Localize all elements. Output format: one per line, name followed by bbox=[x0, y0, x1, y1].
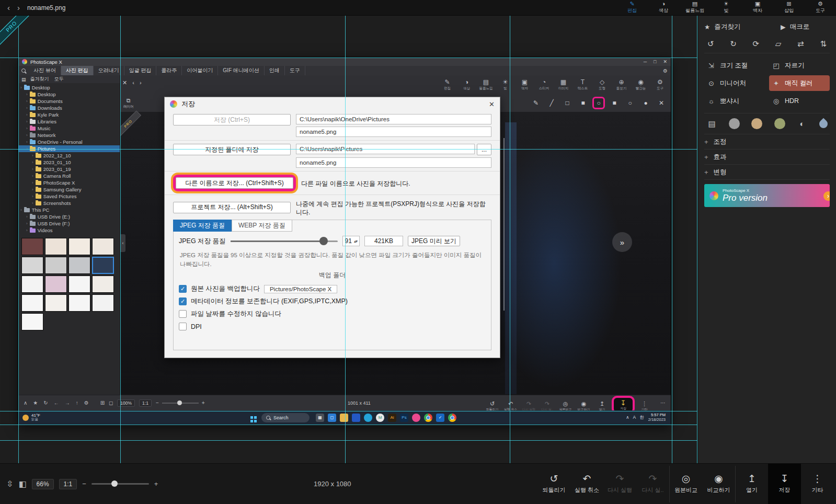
dialog-checkbox-row[interactable]: 원본 사진을 백업합니다 Pictures/PhotoScape X bbox=[179, 283, 486, 295]
filter-icon[interactable]: ▤ bbox=[706, 118, 717, 129]
inner-menu-tab[interactable]: 도구 bbox=[285, 66, 305, 75]
taskbar-app-icon[interactable]: ✓ bbox=[436, 414, 444, 422]
folder-tree-item[interactable]: › PhotoScape X bbox=[18, 179, 120, 186]
status-nav-icon[interactable]: ⚙ bbox=[84, 400, 89, 406]
folder-tree-item[interactable]: › Videos bbox=[18, 227, 120, 234]
status-nav-icon[interactable]: → bbox=[65, 400, 70, 406]
backup-path-field[interactable]: Pictures/PhotoScape X bbox=[264, 285, 337, 293]
window-control-icon[interactable]: □ bbox=[654, 59, 656, 64]
transform-icon[interactable]: ⇅ bbox=[820, 39, 827, 49]
expander-icon[interactable]: › bbox=[20, 208, 22, 212]
shape-tool-icon[interactable]: ● bbox=[639, 97, 652, 109]
slider-thumb[interactable] bbox=[319, 237, 328, 245]
filter-icon[interactable] bbox=[818, 118, 830, 130]
taskbar-app-icon[interactable] bbox=[412, 414, 420, 422]
expander-icon[interactable]: › bbox=[26, 228, 28, 233]
designated-filename-field[interactable]: noname5.png bbox=[296, 157, 491, 168]
folder-tree-item[interactable]: › 2023_01_19 bbox=[18, 166, 120, 173]
nav-icon[interactable]: ✕ bbox=[122, 79, 127, 86]
expand-panel-button[interactable]: » bbox=[612, 232, 632, 252]
edit-tool-button[interactable]: ▤ 필름느낌 bbox=[476, 79, 496, 91]
expander-icon[interactable]: › bbox=[26, 214, 28, 219]
bottom-action-button[interactable]: ⋮ 기타 bbox=[801, 466, 834, 502]
filter-icon[interactable] bbox=[774, 118, 785, 129]
guide-line-vertical[interactable] bbox=[120, 16, 121, 463]
folder-tree-item[interactable]: › Saved Pictures bbox=[18, 193, 120, 200]
photo-thumbnail[interactable] bbox=[45, 294, 67, 312]
edit-tool-button[interactable]: ◑ 색상 bbox=[457, 79, 476, 91]
editor-mode-tab[interactable]: ⊞ 삽입 bbox=[773, 0, 805, 16]
zoom-slider[interactable] bbox=[91, 483, 149, 485]
guide-line-vertical[interactable] bbox=[510, 16, 510, 463]
edit-tool-button[interactable]: T 텍스트 bbox=[573, 79, 592, 91]
slider-thumb[interactable] bbox=[177, 400, 182, 405]
expander-icon[interactable]: › bbox=[26, 106, 28, 110]
dialog-checkbox-row[interactable]: DPI bbox=[179, 320, 486, 333]
taskbar-app-icon[interactable]: Ps bbox=[400, 414, 408, 422]
taskbar-app-icon[interactable]: ▦ bbox=[316, 414, 324, 422]
expander-icon[interactable]: › bbox=[26, 221, 28, 226]
photo-thumbnail[interactable] bbox=[45, 238, 67, 255]
expander-icon[interactable]: › bbox=[32, 153, 33, 158]
split-view-icon[interactable]: ◧ bbox=[18, 479, 26, 489]
shape-tool-icon[interactable]: ✕ bbox=[655, 97, 668, 109]
taskbar-app-icon[interactable]: ◻ bbox=[328, 414, 336, 422]
editor-mode-tab[interactable]: ☀ 빛 bbox=[711, 0, 742, 16]
chevron-right-icon[interactable]: › bbox=[823, 191, 830, 201]
inner-menu-tab[interactable]: 일괄 편집 bbox=[124, 66, 157, 75]
filter-icon[interactable] bbox=[751, 118, 762, 129]
taskbar-app-icon[interactable]: Ai bbox=[388, 414, 396, 422]
checkbox[interactable] bbox=[179, 310, 187, 318]
tray-icon[interactable]: A bbox=[633, 415, 636, 421]
status-nav-icon[interactable]: ↑ bbox=[76, 400, 78, 406]
folder-tree-item[interactable]: › 2022_12_10 bbox=[18, 152, 120, 159]
expander-icon[interactable]: › bbox=[26, 92, 28, 97]
guide-line-horizontal[interactable] bbox=[0, 440, 697, 441]
photo-thumbnail[interactable] bbox=[92, 257, 114, 274]
inner-zoom-ratio[interactable]: 1:1 bbox=[139, 399, 152, 407]
zoom-out-icon[interactable]: − bbox=[82, 480, 86, 488]
checkbox[interactable] bbox=[179, 297, 187, 305]
tab-jpeg-quality[interactable]: JPEG 저장 품질 bbox=[173, 220, 232, 232]
photo-thumbnail[interactable] bbox=[92, 238, 114, 255]
filter-icon[interactable]: ◐ bbox=[797, 118, 808, 129]
save-button[interactable]: 저장 (Ctrl+S) bbox=[173, 114, 291, 125]
folder-tree-item[interactable]: › Music bbox=[18, 125, 120, 132]
photo-thumbnail[interactable] bbox=[68, 257, 90, 274]
editor-mode-tab[interactable]: ✎ 편집 bbox=[616, 0, 648, 16]
dialog-checkbox-row[interactable]: 메타데이터 정보를 보존합니다 (EXIF,GPS,IPTC,XMP) bbox=[179, 295, 486, 308]
view-mode-icon[interactable]: ◻ bbox=[109, 400, 113, 406]
shape-tool-icon[interactable]: ○ bbox=[624, 97, 636, 109]
shape-tool-icon[interactable]: ○ bbox=[592, 97, 605, 109]
guide-line-horizontal[interactable] bbox=[0, 411, 697, 411]
expander-icon[interactable]: › bbox=[32, 160, 33, 165]
folder-tree-item[interactable]: › Screenshots bbox=[18, 200, 120, 207]
taskbar-app-icon[interactable] bbox=[448, 414, 456, 422]
folder-tree-item[interactable]: › This PC bbox=[18, 207, 120, 213]
folder-tree-item[interactable]: › Network bbox=[18, 132, 120, 139]
bottom-action-button[interactable]: ↷ 다시 실.. bbox=[636, 466, 669, 502]
zoom-ratio[interactable]: 1:1 bbox=[59, 479, 77, 489]
status-nav-icon[interactable]: ↻ bbox=[43, 400, 48, 406]
edit-tool-button[interactable]: ◉ 빨간눈 bbox=[631, 79, 650, 91]
sidebar-tool-button[interactable]: ◰ 자르기 bbox=[769, 58, 830, 73]
windows-start-icon[interactable] bbox=[250, 416, 253, 419]
photo-thumbnail[interactable] bbox=[21, 313, 43, 330]
expander-icon[interactable]: › bbox=[32, 194, 33, 199]
more-options-icon[interactable]: ⋯ bbox=[660, 400, 666, 406]
sidebar-tool-button[interactable]: ◎ HDR bbox=[769, 93, 830, 109]
folder-tree-item[interactable]: › Desktop bbox=[18, 84, 120, 91]
bottom-action-button[interactable]: ↷ 다시 실행 bbox=[603, 466, 636, 502]
edit-tool-button[interactable]: ▣ 액자 bbox=[515, 79, 534, 91]
photo-thumbnail[interactable] bbox=[45, 276, 67, 293]
edit-tool-button[interactable]: ◇ 도형 bbox=[592, 79, 612, 91]
checkbox[interactable] bbox=[179, 323, 187, 330]
edited-screenshot-image[interactable]: PhotoScape X ─□✕ 사진 뷰어사진 편집오려내기일괄 편집콜라주이… bbox=[18, 58, 671, 425]
bottom-action-button[interactable]: ↧ 저장 bbox=[768, 464, 801, 504]
guide-line-vertical[interactable] bbox=[345, 16, 346, 463]
editor-mode-tab[interactable]: ◑ 색상 bbox=[648, 0, 679, 16]
inner-menu-tab[interactable]: 사진 편집 bbox=[61, 66, 94, 75]
expander-icon[interactable]: › bbox=[26, 126, 28, 131]
folder-tree-item[interactable]: › USB Drive (F:) bbox=[18, 220, 120, 227]
transform-icon[interactable]: ↻ bbox=[730, 39, 737, 49]
